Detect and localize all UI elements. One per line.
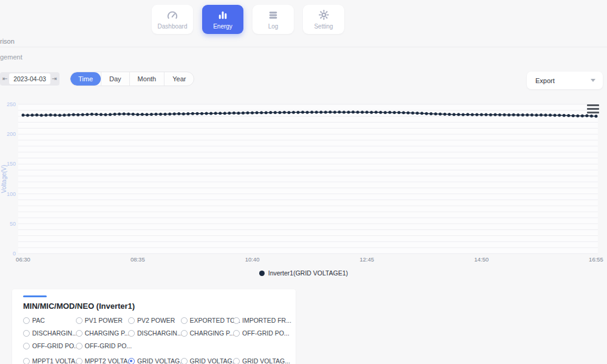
svg-text:150: 150: [7, 161, 16, 167]
header-divider: [0, 47, 607, 47]
radio-label: OFF-GRID PO...: [32, 342, 80, 349]
period-segmented-control: Time Day Month Year: [70, 72, 194, 86]
radio-icon: [181, 358, 188, 364]
gauge-icon: [166, 10, 178, 21]
chart-menu-icon[interactable]: [587, 104, 599, 114]
radio-label: GRID VOLTAG...: [137, 357, 185, 364]
parameter-radio-dischargin[interactable]: DISCHARGIN...: [128, 329, 181, 337]
next-day-arrow-icon[interactable]: ⇥: [51, 74, 58, 84]
parameter-radio-grid: PACPV1 POWERPV2 POWEREXPORTED TO...IMPOR…: [23, 317, 285, 364]
parameter-radio-charging-p[interactable]: CHARGING P...: [76, 329, 129, 337]
legend-marker-icon: [259, 271, 265, 276]
radio-icon: [233, 317, 240, 324]
prev-day-arrow-icon[interactable]: ⇤: [2, 74, 8, 84]
radio-row: PACPV1 POWERPV2 POWEREXPORTED TO...IMPOR…: [23, 317, 285, 324]
tab-month[interactable]: Month: [129, 72, 164, 86]
parameter-radio-off-grid-po[interactable]: OFF-GRID PO...: [233, 329, 286, 337]
legend-label: Inverter1(GRID VOLTAGE1): [268, 269, 348, 277]
radio-icon: [181, 330, 188, 337]
parameter-radio-mppt1-volta[interactable]: MPPT1 VOLTA...: [23, 357, 76, 364]
radio-label: PAC: [32, 317, 45, 324]
radio-icon: [76, 330, 83, 337]
date-picker: ⇤ 2023-04-03 ⇥: [0, 72, 59, 86]
radio-icon: [181, 317, 188, 324]
radio-icon: [23, 358, 30, 364]
nav-setting-button[interactable]: Setting: [303, 5, 344, 34]
parameter-radio-grid-voltag[interactable]: GRID VOLTAG...: [128, 357, 181, 364]
nav-dashboard-label: Dashboard: [158, 23, 188, 30]
radio-icon: [76, 358, 83, 364]
radio-icon: [233, 358, 240, 364]
radio-icon: [128, 330, 135, 337]
panel-title: MIN/MIC/MOD/NEO (Inverter1): [23, 302, 285, 311]
radio-row: DISCHARGIN...CHARGING P...DISCHARGIN...C…: [23, 329, 285, 337]
svg-text:12:45: 12:45: [360, 256, 375, 263]
radio-label: CHARGING P...: [190, 329, 235, 337]
tab-day[interactable]: Day: [101, 72, 129, 86]
radio-label: MPPT2 VOLTA...: [85, 357, 134, 364]
radio-row: OFF-GRID PO...OFF-GRID PO...: [23, 342, 285, 349]
radio-icon: [23, 317, 30, 324]
radio-icon: [23, 343, 30, 349]
voltage-chart: 050100150200250Voltage(V)06:3008:3510:40…: [0, 97, 607, 279]
parameter-radio-off-grid-po[interactable]: OFF-GRID PO...: [76, 342, 129, 349]
radio-icon: [76, 343, 83, 349]
panel-active-tab-indicator: [23, 295, 47, 297]
radio-icon: [233, 330, 240, 337]
radio-label: DISCHARGIN...: [137, 329, 183, 337]
parameter-radio-pac[interactable]: PAC: [23, 317, 76, 324]
date-value[interactable]: 2023-04-03: [9, 73, 50, 84]
parameter-radio-pv1-power[interactable]: PV1 POWER: [76, 317, 129, 324]
chart-legend[interactable]: Inverter1(GRID VOLTAGE1): [0, 269, 607, 277]
parameter-radio-mppt2-volta[interactable]: MPPT2 VOLTA...: [76, 357, 129, 364]
nav-dashboard-button[interactable]: Dashboard: [152, 5, 193, 34]
svg-text:Voltage(V): Voltage(V): [1, 165, 7, 194]
nav-energy-label: Energy: [213, 23, 232, 30]
radio-label: PV1 POWER: [85, 317, 123, 324]
radio-label: PV2 POWER: [137, 317, 175, 324]
svg-text:08:35: 08:35: [131, 256, 145, 263]
radio-label: GRID VOLTAG...: [242, 357, 290, 364]
svg-text:06:30: 06:30: [16, 256, 30, 263]
radio-label: DISCHARGIN...: [32, 329, 78, 337]
nav-log-button[interactable]: Log: [253, 5, 294, 34]
radio-row: MPPT1 VOLTA...MPPT2 VOLTA...GRID VOLTAG.…: [23, 357, 285, 364]
svg-text:10:40: 10:40: [245, 256, 260, 263]
export-dropdown[interactable]: Export: [527, 72, 603, 89]
svg-text:16:55: 16:55: [589, 256, 603, 263]
parameter-radio-charging-p[interactable]: CHARGING P...: [181, 329, 234, 337]
radio-selected-icon: [128, 358, 135, 364]
gear-icon: [318, 9, 330, 21]
radio-icon: [128, 317, 135, 324]
tab-time[interactable]: Time: [70, 72, 101, 86]
radio-label: IMPORTED FR...: [242, 317, 291, 324]
svg-text:250: 250: [7, 101, 16, 107]
radio-icon: [23, 330, 30, 337]
parameter-radio-exported-to[interactable]: EXPORTED TO...: [181, 317, 234, 324]
radio-icon: [76, 317, 83, 324]
radio-label: MPPT1 VOLTA...: [32, 357, 81, 364]
nav-energy-button[interactable]: Energy: [202, 5, 243, 34]
svg-text:100: 100: [7, 191, 16, 197]
tab-year[interactable]: Year: [164, 72, 194, 86]
bar-chart-icon: [217, 10, 228, 21]
parameter-radio-grid-voltag[interactable]: GRID VOLTAG...: [233, 357, 286, 364]
parameter-panel: MIN/MIC/MOD/NEO (Inverter1) PACPV1 POWER…: [12, 289, 296, 364]
chart-canvas: 050100150200250Voltage(V)06:3008:3510:40…: [0, 97, 607, 279]
svg-text:200: 200: [7, 131, 16, 137]
parameter-radio-grid-voltag[interactable]: GRID VOLTAG...: [181, 357, 234, 364]
radio-label: OFF-GRID PO...: [85, 342, 132, 349]
radio-label: CHARGING P...: [85, 329, 130, 337]
radio-label: OFF-GRID PO...: [242, 329, 290, 337]
parameter-radio-dischargin[interactable]: DISCHARGIN...: [23, 329, 76, 337]
parameter-radio-imported-fr[interactable]: IMPORTED FR...: [233, 317, 286, 324]
svg-text:14:50: 14:50: [474, 256, 489, 263]
export-label: Export: [535, 77, 591, 84]
sidebar-item-management-clipped[interactable]: gement: [0, 53, 22, 61]
nav-setting-label: Setting: [314, 23, 333, 30]
top-nav: Dashboard Energy Log: [152, 5, 344, 34]
sidebar-item-comparison-clipped[interactable]: rison: [0, 38, 15, 45]
parameter-radio-pv2-power[interactable]: PV2 POWER: [128, 317, 181, 324]
nav-log-label: Log: [268, 23, 279, 30]
parameter-radio-off-grid-po[interactable]: OFF-GRID PO...: [23, 342, 76, 349]
